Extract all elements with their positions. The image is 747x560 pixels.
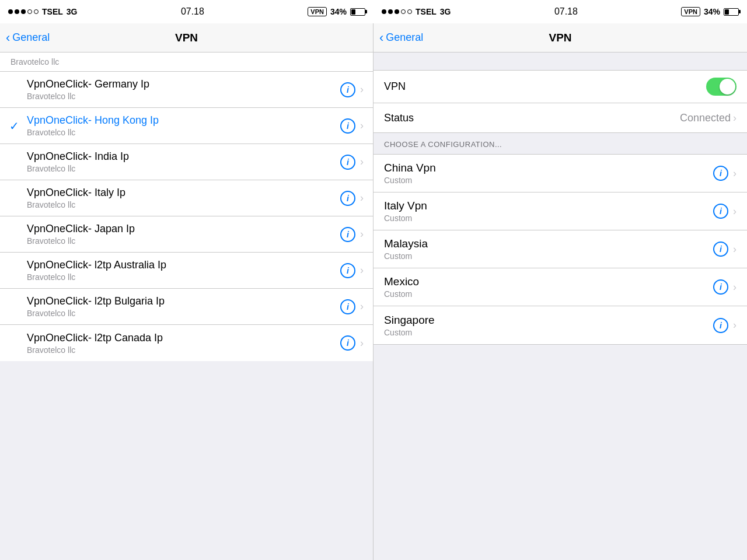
config-item[interactable]: Malaysia Custom i › <box>374 230 747 268</box>
item-title-germany: VpnOneClick- Germany Ip <box>27 78 340 90</box>
right-panel: VPN Status Connected › CHOOSE A CONFIGUR… <box>374 52 747 560</box>
config-header-text: CHOOSE A CONFIGURATION... <box>384 140 502 149</box>
info-button-hongkong[interactable]: i <box>340 118 355 134</box>
chevron-italy: › <box>360 192 364 204</box>
list-item[interactable]: ✓ VpnOneClick- Italy Ip Bravotelco llc i… <box>0 180 373 216</box>
dot-r4 <box>401 9 406 14</box>
config-list: China Vpn Custom i › Italy Vpn Custom i … <box>374 154 747 345</box>
info-button-japan[interactable]: i <box>340 227 355 242</box>
list-item[interactable]: ✓ VpnOneClick- Japan Ip Bravotelco llc i… <box>0 216 373 253</box>
back-chevron-right: ‹ <box>379 32 383 44</box>
nav-right: ‹ General VPN <box>374 23 747 52</box>
list-item[interactable]: ✓ VpnOneClick- Germany Ip Bravotelco llc… <box>0 72 373 108</box>
vpn-list: ✓ VpnOneClick- Germany Ip Bravotelco llc… <box>0 72 373 361</box>
info-button-india[interactable]: i <box>340 155 355 170</box>
dot-4 <box>27 9 32 14</box>
config-actions-mexico: i › <box>713 279 736 295</box>
item-subtitle-india: Bravotelco llc <box>27 164 340 173</box>
list-item[interactable]: ✓ VpnOneClick- l2tp Australia Ip Bravote… <box>0 253 373 289</box>
list-item[interactable]: ✓ VpnOneClick- l2tp Bulgaria Ip Bravotel… <box>0 289 373 325</box>
item-subtitle-bulgaria: Bravotelco llc <box>27 309 340 318</box>
chevron-canada: › <box>360 337 364 349</box>
item-actions-italy: i › <box>340 191 364 206</box>
item-title-canada: VpnOneClick- l2tp Canada Ip <box>27 332 340 344</box>
config-item-title-singapore: Singapore <box>384 314 713 327</box>
config-item-title-malaysia: Malaysia <box>384 237 713 250</box>
time-left: 07.18 <box>181 6 204 17</box>
config-item-text-singapore: Singapore Custom <box>384 314 713 337</box>
status-right-group-left: VPN 34% <box>308 7 365 16</box>
config-item[interactable]: Italy Vpn Custom i › <box>374 192 747 230</box>
config-item[interactable]: Mexico Custom i › <box>374 268 747 306</box>
dot-3 <box>21 9 26 14</box>
signal-dots-right <box>382 9 412 14</box>
back-button-right[interactable]: ‹ General <box>379 32 423 44</box>
item-text-australia: VpnOneClick- l2tp Australia Ip Bravotelc… <box>27 259 340 282</box>
info-button-singapore[interactable]: i <box>713 318 728 333</box>
chevron-malaysia: › <box>733 243 736 256</box>
config-item[interactable]: Singapore Custom i › <box>374 306 747 344</box>
list-item[interactable]: ✓ VpnOneClick- Hong Kong Ip Bravotelco l… <box>0 108 373 144</box>
info-button-germany[interactable]: i <box>340 82 355 97</box>
config-item-subtitle-italy-vpn: Custom <box>384 214 713 223</box>
toggle-knob <box>720 79 735 94</box>
back-button-left[interactable]: ‹ General <box>6 32 50 44</box>
chevron-china: › <box>733 167 736 180</box>
back-chevron-left: ‹ <box>6 32 10 44</box>
vpn-toggle[interactable] <box>706 78 736 96</box>
config-item-text-malaysia: Malaysia Custom <box>384 237 713 261</box>
info-button-australia[interactable]: i <box>340 263 355 278</box>
info-button-bulgaria[interactable]: i <box>340 299 355 314</box>
network-left: 3G <box>67 7 78 16</box>
vpn-badge-left: VPN <box>308 7 327 16</box>
top-gap <box>374 52 747 70</box>
item-title-bulgaria: VpnOneClick- l2tp Bulgaria Ip <box>27 295 340 307</box>
vpn-badge-right: VPN <box>681 7 700 16</box>
status-chevron: › <box>733 112 736 124</box>
info-button-malaysia[interactable]: i <box>713 242 728 257</box>
info-button-italy[interactable]: i <box>340 191 355 206</box>
item-title-australia: VpnOneClick- l2tp Australia Ip <box>27 259 340 271</box>
back-label-right: General <box>386 32 423 44</box>
item-subtitle-italy: Bravotelco llc <box>27 200 340 209</box>
info-button-canada[interactable]: i <box>340 335 355 351</box>
list-item[interactable]: ✓ VpnOneClick- l2tp Canada Ip Bravotelco… <box>0 325 373 361</box>
config-item[interactable]: China Vpn Custom i › <box>374 155 747 192</box>
config-actions-china: i › <box>713 166 736 181</box>
item-title-hongkong: VpnOneClick- Hong Kong Ip <box>27 114 340 127</box>
config-item-subtitle-china: Custom <box>384 176 713 185</box>
item-text-germany: VpnOneClick- Germany Ip Bravotelco llc <box>27 78 340 101</box>
back-label-left: General <box>12 32 50 44</box>
status-left-group-right: TSEL 3G <box>382 7 451 16</box>
config-item-title-mexico: Mexico <box>384 275 713 288</box>
chevron-bulgaria: › <box>360 300 364 313</box>
config-item-text-china: China Vpn Custom <box>384 162 713 185</box>
battery-fill-left <box>351 9 355 15</box>
item-text-hongkong: VpnOneClick- Hong Kong Ip Bravotelco llc <box>27 114 340 137</box>
item-title-japan: VpnOneClick- Japan Ip <box>27 223 340 235</box>
status-row[interactable]: Status Connected › <box>374 103 747 132</box>
status-bar-right: TSEL 3G 07.18 VPN 34% <box>374 0 747 23</box>
item-actions-hongkong: i › <box>340 118 364 134</box>
item-actions-canada: i › <box>340 335 364 351</box>
chevron-japan: › <box>360 228 364 240</box>
battery-right <box>724 8 739 16</box>
carrier-left: TSEL <box>42 7 63 16</box>
item-subtitle-germany: Bravotelco llc <box>27 92 340 101</box>
time-right: 07.18 <box>554 6 578 17</box>
info-button-mexico[interactable]: i <box>713 279 728 295</box>
list-item[interactable]: ✓ VpnOneClick- India Ip Bravotelco llc i… <box>0 144 373 180</box>
dot-1 <box>8 9 13 14</box>
dot-r3 <box>395 9 399 14</box>
info-button-china[interactable]: i <box>713 166 728 181</box>
truncated-label: Bravotelco llc <box>11 57 59 66</box>
vpn-label: VPN <box>384 80 406 93</box>
item-actions-japan: i › <box>340 227 364 242</box>
dot-r2 <box>388 9 393 14</box>
item-text-india: VpnOneClick- India Ip Bravotelco llc <box>27 150 340 173</box>
info-button-italy-vpn[interactable]: i <box>713 204 728 219</box>
vpn-toggle-row: VPN <box>374 71 747 103</box>
dot-5 <box>34 9 39 14</box>
signal-dots <box>8 9 39 14</box>
config-actions-italy-vpn: i › <box>713 204 736 219</box>
